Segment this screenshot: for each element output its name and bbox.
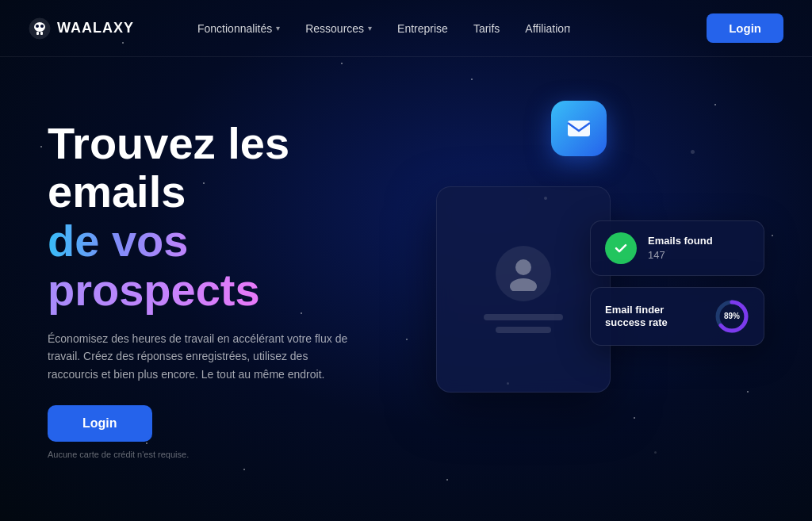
svg-rect-2 <box>36 32 39 35</box>
deco-dot <box>654 451 657 454</box>
brand-name: WAALAXY <box>57 20 134 36</box>
svg-rect-3 <box>40 32 43 35</box>
skull-icon <box>29 17 51 40</box>
person-icon <box>508 256 539 291</box>
logo[interactable]: WAALAXY <box>29 17 134 40</box>
emails-found-text: Emails found 147 <box>648 235 749 261</box>
email-finder-label: Email finder success rate <box>605 304 703 328</box>
nav-links: Fonctionnalités ▾ Ressources ▾ Entrepris… <box>197 22 707 35</box>
nav-item-affiliation[interactable]: Affiliation <box>525 22 570 35</box>
profile-lines <box>484 314 563 333</box>
stats-area: Emails found 147 Email finder success ra… <box>590 220 764 346</box>
hero-login-button[interactable]: Login <box>48 405 152 442</box>
hero-text-block: Trouvez les emails de vos prospects Écon… <box>48 119 396 460</box>
hero-subtitle: Économisez des heures de travail en accé… <box>48 330 349 383</box>
hero-no-card-text: Aucune carte de crédit n'est requise. <box>48 450 396 459</box>
hero-illustration: Emails found 147 Email finder success ra… <box>396 57 764 521</box>
chevron-down-icon: ▾ <box>368 24 372 33</box>
emails-found-value: 147 <box>648 249 749 261</box>
nav-item-fonctionnalites[interactable]: Fonctionnalités ▾ <box>197 22 280 35</box>
nav-login-button[interactable]: Login <box>707 13 783 43</box>
chevron-down-icon: ▾ <box>276 24 280 33</box>
donut-percent: 89% <box>714 299 749 334</box>
email-icon <box>565 114 593 143</box>
svg-point-4 <box>36 25 39 28</box>
svg-rect-8 <box>568 121 590 136</box>
svg-point-5 <box>40 25 44 28</box>
nav-item-tarifs[interactable]: Tarifs <box>473 22 500 35</box>
svg-point-1 <box>34 22 45 32</box>
profile-line-2 <box>496 327 551 333</box>
donut-chart: 89% <box>714 299 749 334</box>
hero-title: Trouvez les emails de vos prospects <box>48 119 396 314</box>
profile-card <box>436 186 611 393</box>
email-finder-text: Email finder success rate <box>605 304 703 328</box>
svg-point-7 <box>510 278 537 291</box>
hero-section: Trouvez les emails de vos prospects Écon… <box>0 57 812 521</box>
nav-item-entreprise[interactable]: Entreprise <box>397 22 448 35</box>
deco-dot <box>544 197 547 200</box>
deco-dot <box>507 382 509 385</box>
emails-found-label: Emails found <box>648 235 749 247</box>
profile-line-1 <box>484 314 563 320</box>
email-bubble <box>551 101 607 156</box>
avatar <box>496 246 551 301</box>
email-finder-card: Email finder success rate 89% <box>590 287 764 346</box>
navigation: WAALAXY Fonctionnalités ▾ Ressources ▾ E… <box>0 0 812 57</box>
nav-item-ressources[interactable]: Ressources ▾ <box>305 22 372 35</box>
deco-dot <box>691 150 695 154</box>
check-icon <box>605 232 637 264</box>
svg-point-6 <box>515 259 531 275</box>
emails-found-card: Emails found 147 <box>590 220 764 276</box>
